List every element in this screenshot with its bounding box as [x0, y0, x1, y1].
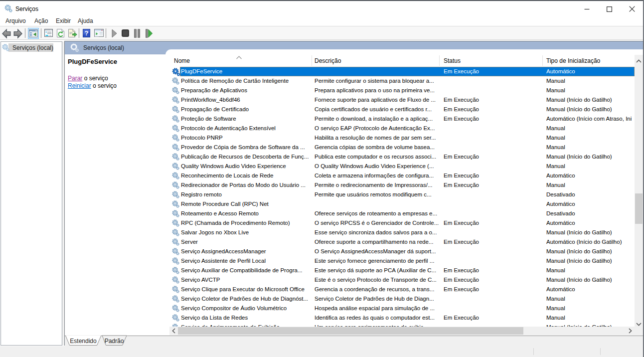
svg-text:?: ?	[85, 29, 89, 37]
svg-text:Padrão: Padrão	[105, 338, 124, 345]
svg-text:Estendido: Estendido	[70, 338, 97, 345]
